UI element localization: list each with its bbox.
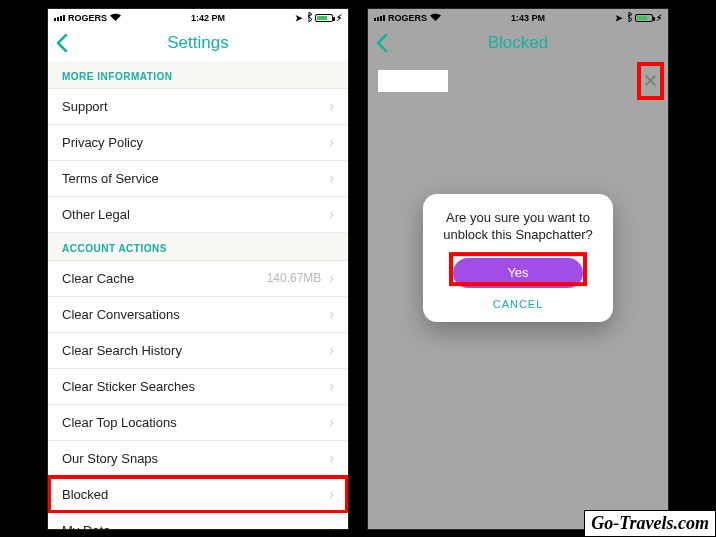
charging-icon: ⚡︎	[336, 13, 342, 23]
watermark: Go-Travels.com	[584, 510, 716, 537]
row-label: Support	[62, 99, 108, 114]
close-icon[interactable]: ✕	[643, 71, 658, 91]
status-bar: ROGERS 1:42 PM ➤ ⚡︎	[48, 9, 348, 25]
cache-size: 140.67MB	[267, 271, 322, 285]
back-button[interactable]	[56, 25, 68, 61]
chevron-right-icon: ›	[329, 450, 334, 466]
row-label: Terms of Service	[62, 171, 159, 186]
search-input[interactable]	[378, 70, 448, 92]
yes-button[interactable]: Yes	[453, 258, 583, 288]
chevron-right-icon: ›	[329, 134, 334, 150]
navbar: Settings	[48, 25, 348, 61]
row-clear-conversations[interactable]: Clear Conversations›	[48, 297, 348, 333]
navbar: Blocked	[368, 25, 668, 61]
row-support[interactable]: Support›	[48, 89, 348, 125]
carrier-label: ROGERS	[68, 13, 107, 23]
bluetooth-icon	[626, 12, 632, 24]
row-clear-sticker-searches[interactable]: Clear Sticker Searches›	[48, 369, 348, 405]
row-clear-top-locations[interactable]: Clear Top Locations›	[48, 405, 348, 441]
page-title: Settings	[167, 33, 228, 53]
chevron-right-icon: ›	[329, 378, 334, 394]
search-row: ✕	[378, 67, 658, 95]
charging-icon: ⚡︎	[656, 13, 662, 23]
clock: 1:42 PM	[191, 13, 225, 23]
chevron-right-icon: ›	[329, 486, 334, 502]
settings-screen: ROGERS 1:42 PM ➤ ⚡︎ Settings MORE INFORM	[48, 9, 348, 529]
wifi-icon	[430, 13, 441, 23]
battery-icon	[635, 14, 653, 22]
row-label: Our Story Snaps	[62, 451, 158, 466]
chevron-right-icon: ›	[329, 170, 334, 186]
wifi-icon	[110, 13, 121, 23]
location-icon: ➤	[295, 13, 303, 23]
chevron-right-icon: ›	[329, 98, 334, 114]
row-label: Privacy Policy	[62, 135, 143, 150]
row-label: Clear Top Locations	[62, 415, 177, 430]
row-my-data[interactable]: My Data›	[48, 513, 348, 529]
row-label: My Data	[62, 523, 110, 529]
signal-icon	[54, 15, 65, 21]
row-label: Clear Search History	[62, 343, 182, 358]
row-clear-search-history[interactable]: Clear Search History›	[48, 333, 348, 369]
section-header-account-actions: ACCOUNT ACTIONS	[48, 233, 348, 261]
chevron-right-icon: ›	[329, 206, 334, 222]
clock: 1:43 PM	[511, 13, 545, 23]
chevron-right-icon: ›	[329, 306, 334, 322]
row-label: Other Legal	[62, 207, 130, 222]
row-terms-of-service[interactable]: Terms of Service›	[48, 161, 348, 197]
chevron-right-icon: ›	[329, 414, 334, 430]
row-label: Clear Conversations	[62, 307, 180, 322]
row-label: Clear Cache	[62, 271, 134, 286]
chevron-right-icon: ›	[329, 522, 334, 529]
bluetooth-icon	[306, 12, 312, 24]
row-label: Clear Sticker Searches	[62, 379, 195, 394]
row-clear-cache[interactable]: Clear Cache140.67MB›	[48, 261, 348, 297]
modal-message: Are you sure you want to unblock this Sn…	[437, 210, 599, 244]
page-title: Blocked	[488, 33, 548, 53]
cancel-button[interactable]: CANCEL	[437, 298, 599, 310]
location-icon: ➤	[615, 13, 623, 23]
blocked-screen: ROGERS 1:43 PM ➤ ⚡︎ Blocked	[368, 9, 668, 529]
row-other-legal[interactable]: Other Legal›	[48, 197, 348, 233]
unblock-confirm-modal: Are you sure you want to unblock this Sn…	[423, 194, 613, 322]
chevron-right-icon: ›	[329, 342, 334, 358]
row-label: Blocked	[62, 487, 108, 502]
carrier-label: ROGERS	[388, 13, 427, 23]
status-bar: ROGERS 1:43 PM ➤ ⚡︎	[368, 9, 668, 25]
row-blocked[interactable]: Blocked›	[48, 477, 348, 513]
row-our-story-snaps[interactable]: Our Story Snaps›	[48, 441, 348, 477]
section-header-more-info: MORE INFORMATION	[48, 61, 348, 89]
chevron-right-icon: ›	[329, 270, 334, 286]
back-button[interactable]	[376, 25, 388, 61]
battery-icon	[315, 14, 333, 22]
row-privacy-policy[interactable]: Privacy Policy›	[48, 125, 348, 161]
signal-icon	[374, 15, 385, 21]
